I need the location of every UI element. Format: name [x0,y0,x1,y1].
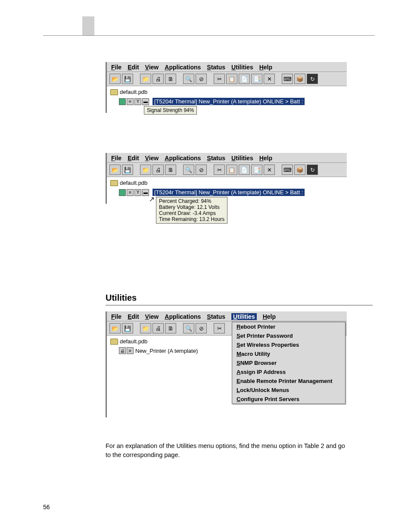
open-icon[interactable]: 📂 [109,165,121,175]
utilities-item-set-printer-password[interactable]: Set Printer Password [232,331,345,340]
refresh-icon[interactable]: ↻ [307,165,318,175]
save-icon[interactable]: 💾 [122,323,133,333]
menu-status[interactable]: Status [207,313,225,320]
menu-applications[interactable]: Applications [165,155,201,162]
doc-icon[interactable]: 🗎 [165,165,176,175]
menu-applications[interactable]: Applications [165,64,201,71]
paste2-icon[interactable]: 📑 [251,74,262,84]
menu-utilities[interactable]: Utilities [231,64,253,71]
list-icon: ≡ [127,98,134,105]
refresh-icon[interactable]: ↻ [307,74,318,84]
print-icon[interactable]: 🖨 [153,165,164,175]
utilities-item-enable-remote-printer-management[interactable]: Enable Remote Printer Management [232,376,345,386]
open-icon[interactable]: 📂 [109,74,121,84]
menu-edit[interactable]: Edit [128,313,139,320]
menu-view[interactable]: View [145,64,159,71]
tree-panel: default.pdb ≡ Y ▬ [T5204r Thermal] New_P… [107,177,347,204]
save-icon[interactable]: 💾 [122,74,133,84]
tree-root[interactable]: default.pdb [110,180,343,186]
cut-icon[interactable]: ✂ [214,323,225,333]
utilities-item-set-wireless-properties[interactable]: Set Wireless Properties [232,340,345,349]
folder-new-icon[interactable]: 📁 [140,74,151,84]
menu-help[interactable]: Help [259,155,272,162]
paste2-icon[interactable]: 📑 [251,165,262,175]
menu-applications[interactable]: Applications [165,313,201,320]
keyboard-icon[interactable]: ⌨ [282,74,293,84]
package-icon[interactable]: 📦 [294,74,305,84]
printer-label: [T5204r Thermal] New_Printer (A template… [153,98,305,105]
menu-file[interactable]: File [111,64,121,71]
utilities-item-reboot-printer[interactable]: Reboot Printer [232,322,345,331]
page-margin-tab [82,16,94,35]
menu-edit[interactable]: Edit [128,155,139,162]
list-icon: ≡ [127,189,134,196]
doc-icon[interactable]: 🗎 [165,74,176,84]
cancel-icon[interactable]: ⊘ [196,165,207,175]
node-status-icons: 🖨 ≡ [119,347,134,354]
tooltip-battery: Percent Charged: 94% Battery Voltage: 12… [156,197,227,224]
tree-printer-node[interactable]: ≡ Y ▬ [T5204r Thermal] New_Printer (A te… [119,98,343,105]
cancel-icon[interactable]: ⊘ [196,323,207,333]
page-top-rule [43,35,375,36]
doc-icon[interactable]: 🗎 [165,323,176,333]
menu-help[interactable]: Help [263,313,276,320]
tree-panel: default.pdb ≡ Y ▬ [T5204r Thermal] New_P… [107,86,347,113]
print-icon[interactable]: 🖨 [153,74,164,84]
menu-status[interactable]: Status [207,155,225,162]
db-filename: default.pdb [120,180,147,186]
menu-file[interactable]: File [111,155,121,162]
cancel-icon[interactable]: ⊘ [196,74,207,84]
battery-icon: ▬ [142,98,149,105]
menu-utilities-selected[interactable]: Utilities [231,313,257,320]
menu-view[interactable]: View [145,155,159,162]
delete-icon[interactable]: ✕ [264,165,275,175]
copy-icon[interactable]: 📋 [226,74,237,84]
screenshot-signal-strength: File Edit View Applications Status Utili… [106,62,347,113]
utilities-item-macro-utility[interactable]: Macro Utility [232,349,345,358]
paste-icon[interactable]: 📄 [239,74,250,84]
utilities-item-configure-print-servers[interactable]: Configure Print Servers [232,395,345,404]
copy-icon[interactable]: 📋 [226,165,237,175]
delete-icon[interactable]: ✕ [264,74,275,84]
body-paragraph: For an explanation of the Utilities menu… [106,442,347,460]
page-number: 56 [43,504,50,510]
package-icon[interactable]: 📦 [294,165,305,175]
folder-icon [110,89,118,95]
menu-help[interactable]: Help [259,64,272,71]
battery-icon: ▬ [142,189,149,196]
print-icon[interactable]: 🖨 [153,323,164,333]
printer-icon: 🖨 [119,347,126,354]
find-icon[interactable]: 🔍 [183,323,194,333]
folder-new-icon[interactable]: 📁 [140,323,151,333]
menubar: File Edit View Applications Status Utili… [107,62,347,72]
utilities-item-lock-unlock-menus[interactable]: Lock/Unlock Menus [232,386,345,395]
menu-status[interactable]: Status [207,64,225,71]
menubar: File Edit View Applications Status Utili… [107,311,347,321]
menu-edit[interactable]: Edit [128,64,139,71]
cut-icon[interactable]: ✂ [214,74,225,84]
node-status-icons: ≡ Y ▬ [119,189,149,196]
menubar: File Edit View Applications Status Utili… [107,153,347,163]
status-on-icon [119,189,126,196]
menu-view[interactable]: View [145,313,159,320]
menu-utilities[interactable]: Utilities [231,155,253,162]
tree-printer-node[interactable]: ≡ Y ▬ [T5204r Thermal] New_Printer (A te… [119,189,343,196]
save-icon[interactable]: 💾 [122,165,133,175]
printer-label-plain: New_Printer (A template) [135,348,198,354]
find-icon[interactable]: 🔍 [183,74,194,84]
cut-icon[interactable]: ✂ [214,165,225,175]
utilities-dropdown: Reboot PrinterSet Printer PasswordSet Wi… [232,322,346,404]
menu-file[interactable]: File [111,313,121,320]
toolbar: 📂💾📁🖨🗎🔍⊘✂📋📄📑✕⌨📦↻ [107,163,347,177]
utilities-item-snmp-browser[interactable]: SNMP Browser [232,358,345,367]
keyboard-icon[interactable]: ⌨ [282,165,293,175]
find-icon[interactable]: 🔍 [183,165,194,175]
paste-icon[interactable]: 📄 [239,165,250,175]
section-header-utilities: Utilities [106,293,137,303]
signal-icon: Y [134,98,141,105]
tree-root[interactable]: default.pdb [110,89,343,95]
open-icon[interactable]: 📂 [109,323,121,333]
utilities-item-assign-ip-address[interactable]: Assign IP Address [232,367,345,376]
tooltip-signal: Signal Strength 94% [144,106,197,115]
folder-new-icon[interactable]: 📁 [140,165,151,175]
